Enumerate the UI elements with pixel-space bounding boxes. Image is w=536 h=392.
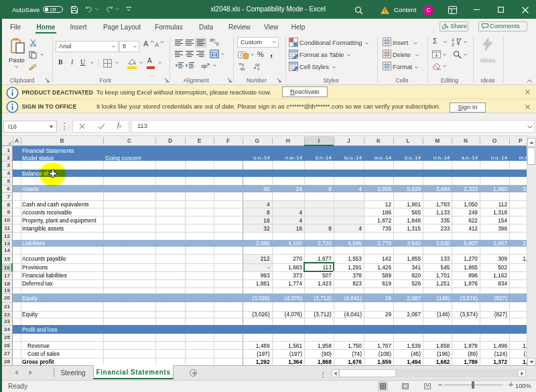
svg-text:.00: .00 [239, 67, 245, 71]
svg-text:Z: Z [452, 42, 454, 47]
svg-text:0: 0 [257, 67, 260, 71]
